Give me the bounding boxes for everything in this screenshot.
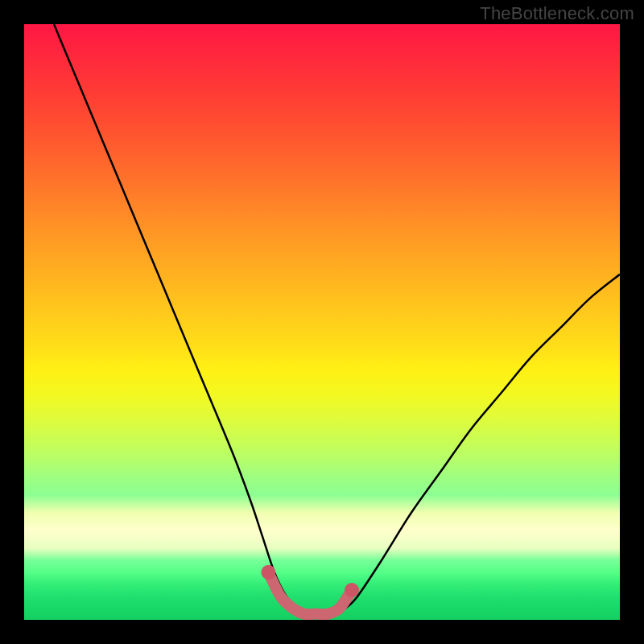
- chart-svg: [24, 24, 620, 620]
- plot-area: [24, 24, 620, 620]
- watermark-text: TheBottleneck.com: [480, 3, 634, 24]
- highlight-marker: [345, 583, 359, 597]
- highlight-marker: [261, 565, 275, 580]
- sweet-spot-highlight: [268, 572, 352, 614]
- bottleneck-curve: [54, 24, 620, 614]
- chart-frame: TheBottleneck.com: [0, 0, 644, 644]
